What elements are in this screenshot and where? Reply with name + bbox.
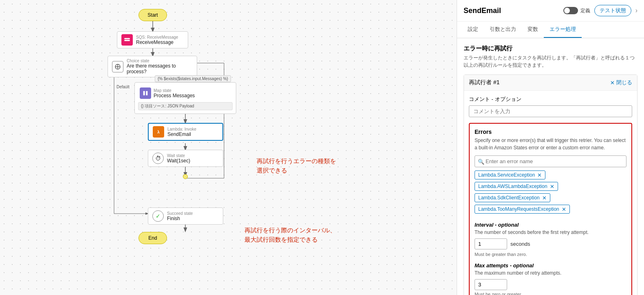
sqs-icon [121,34,133,46]
test-state-button[interactable]: テスト状態 [594,5,631,16]
interval-unit: seconds [510,241,530,247]
errors-desc: Specify one or more error(s) that will t… [475,137,626,151]
map-icon [140,87,151,99]
retrier-title: 再試行者 #1 [469,79,499,86]
errors-title: Errors [475,129,626,135]
retrier-header: 再試行者 #1 ✕ 閉じる [464,75,637,91]
flow-canvas: Start SQS: ReceiveMessage ReceiveMessage… [0,0,457,295]
lambda-name: SendEmail [167,131,196,137]
toggle-label: 定義 [580,7,590,14]
annotation-errors: 再試行を行うエラーの種類を選択できる [257,157,336,175]
wait-name: Wait(1sec) [167,158,190,164]
wait-type: Wait state [167,153,190,158]
connector-circle [183,174,188,179]
comment-input[interactable] [469,105,632,117]
succeed-node[interactable]: ✓ Succeed state Finish [148,208,223,225]
panel-content: エラー時に再試行 エラーが発生したときにタスクを再試行します。「再試行者」と呼ば… [457,38,644,295]
end-label: End [148,235,157,241]
error-retry-desc: エラーが発生したときにタスクを再試行します。「再試行者」と呼ばれる１つ以上の再試… [464,54,637,69]
right-panel: SendEmail 定義 テスト状態 › 設定 引数と出力 変数 エラー処理 エ… [457,0,644,295]
error-retry-title: エラー時に再試行 [464,45,637,52]
error-search-wrap: 🔍 [475,155,626,167]
choice-type: Choice state [127,59,193,63]
errors-section: Errors Specify one or more error(s) that… [469,123,632,295]
close-label: 閉じる [616,79,632,86]
lambda-icon: λ [153,126,164,138]
svg-rect-14 [124,38,130,39]
start-label: Start [147,12,158,18]
choice-icon [112,61,123,72]
annotation-interval: 再試行を行う際のインターバル、最大試行回数を指定できる [244,226,336,244]
error-tag-0-remove[interactable]: ✕ [537,173,542,178]
default-tag: Default [116,85,130,89]
panel-header: SendEmail 定義 テスト状態 › [457,0,644,22]
error-tag-2: Lambda.SdkClientException ✕ [475,193,550,202]
succeed-type: Succeed state [167,211,193,216]
interval-hint: Must be greater than zero. [475,252,626,257]
error-tag-1: Lambda.AWSLambdaException ✕ [475,182,558,191]
succeed-icon: ✓ [152,210,164,222]
retrier-box: 再試行者 #1 ✕ 閉じる コメント - オプション Errors Specif… [464,74,637,295]
error-tag-2-remove[interactable]: ✕ [542,195,547,201]
sqs-type: SQS: ReceiveMessage [136,35,178,39]
comment-label: コメント - オプション [469,96,632,103]
choice-name: Are there messages to process? [127,63,193,74]
choice-node[interactable]: Choice state Are there messages to proce… [108,56,197,77]
map-name: Process Messages [154,93,195,98]
retrier-close-button[interactable]: ✕ 閉じる [610,79,632,86]
svg-rect-15 [124,40,130,41]
retrier-body: コメント - オプション Errors Specify one or more … [464,91,637,295]
panel-tabs: 設定 引数と出力 変数 エラー処理 [457,22,644,38]
tab-io[interactable]: 引数と出力 [484,22,522,38]
lambda-node[interactable]: λ Lambda: Invoke SendEmail [148,123,223,141]
error-tag-3-label: Lambda.TooManyRequestsException [478,206,559,212]
sqs-name: ReceiveMessage [136,39,178,45]
search-icon: 🔍 [478,158,484,164]
error-search-input[interactable] [475,155,626,167]
interval-label: Interval - optional [475,222,626,228]
toggle-container: 定義 [563,7,590,14]
error-tag-3: Lambda.TooManyRequestsException ✕ [475,205,570,214]
error-tag-0-label: Lambda.ServiceException [478,172,535,178]
connector-lines [0,0,457,295]
interval-desc: The number of seconds before the first r… [475,229,626,235]
map-type: Map state [154,88,195,93]
max-attempts-desc: The maximum number of retry attempts. [475,270,626,276]
end-node[interactable]: End [138,232,167,244]
error-tag-3-remove[interactable]: ✕ [562,207,566,212]
panel-title: SendEmail [464,7,559,15]
error-tag-1-remove[interactable]: ✕ [550,184,554,189]
svg-rect-18 [146,91,147,96]
tab-error-handling[interactable]: エラー処理 [544,22,582,38]
error-tags-list: Lambda.ServiceException ✕ Lambda.AWSLamb… [475,170,626,216]
tab-settings[interactable]: 設定 [462,22,484,38]
error-tag-1-label: Lambda.AWSLambdaException [478,184,547,189]
wait-icon: ⏱ [152,153,164,164]
interval-row: seconds [475,238,626,249]
svg-rect-17 [143,91,145,96]
map-node[interactable]: Map state Process Messages {} 項目ソース: JSO… [134,82,236,114]
interval-input[interactable] [475,238,507,249]
error-tag-0: Lambda.ServiceException ✕ [475,170,545,179]
max-attempts-hint: Must be zero or greater. [475,292,626,295]
sqs-node[interactable]: SQS: ReceiveMessage ReceiveMessage [117,31,188,48]
condition-tag: {% $exists($states.input.Messages) %} [155,75,231,82]
start-node[interactable]: Start [138,9,167,21]
close-x-icon: ✕ [610,80,615,86]
lambda-type: Lambda: Invoke [167,127,196,131]
json-tag: {} 項目ソース: JSON Payload [138,102,233,110]
max-attempts-input[interactable] [475,279,507,290]
error-tag-2-label: Lambda.SdkClientException [478,195,540,201]
succeed-name: Finish [167,216,193,221]
toggle-switch[interactable] [563,7,578,14]
max-attempts-label: Max attempts - optional [475,262,626,269]
tab-variables[interactable]: 変数 [522,22,544,38]
wait-node[interactable]: ⏱ Wait state Wait(1sec) [148,150,223,167]
expand-icon[interactable]: › [635,7,637,14]
